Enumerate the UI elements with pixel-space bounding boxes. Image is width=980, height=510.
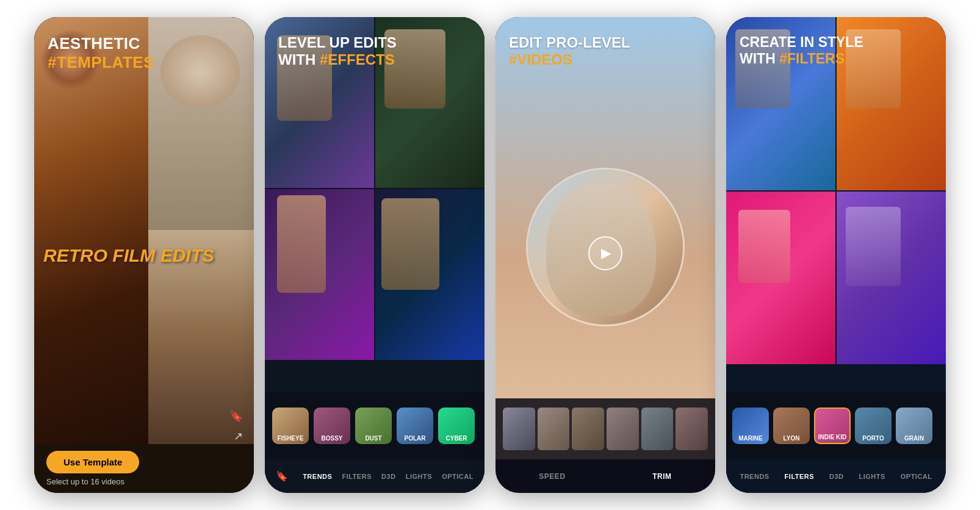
- phone3-nav-trim[interactable]: TRIM: [652, 472, 671, 481]
- filter-indie-kid[interactable]: Indie Kid: [814, 408, 851, 444]
- play-button[interactable]: ▶: [588, 236, 622, 270]
- filter-porto-label: Porto: [862, 435, 884, 442]
- nav-tab-lights[interactable]: LIGHTS: [406, 473, 432, 480]
- nav-tab-filters[interactable]: FILTERS: [342, 473, 372, 480]
- phone2-title: LEVEL UP EDITS WITH #EFFECTS: [278, 34, 397, 68]
- phone2-cell-bottomright: [375, 189, 485, 360]
- phone1-screen: AESTHETIC #TEMPLATES RETRO FILM EDITS 🔖 …: [34, 17, 254, 493]
- nav-tab-optical[interactable]: OPTICAL: [442, 473, 474, 480]
- phone3-title: EDIT PRO-LEVEL #VIDEOS: [509, 34, 630, 68]
- filter-marine[interactable]: MARINE: [732, 408, 769, 444]
- phone4-nav-d3d[interactable]: D3D: [829, 473, 844, 480]
- nav-bookmark-icon[interactable]: 🔖: [276, 470, 288, 482]
- phone4-photo-grid: [726, 17, 946, 364]
- filter-grain-label: Grain: [904, 435, 924, 442]
- phone2-title-highlight: #EFFECTS: [320, 51, 395, 68]
- phone2-screen: LEVEL UP EDITS WITH #EFFECTS fisheye Bos…: [265, 17, 485, 493]
- share-icon[interactable]: ↗: [234, 429, 243, 443]
- phone4-nav-filters[interactable]: FILTERS: [785, 473, 815, 480]
- phone4-filters-strip: MARINE LYON Indie Kid Porto Grain: [726, 392, 946, 459]
- phone4-wrapper: CREATE IN STYLE WITH #FILTERS MARINE LYO…: [726, 17, 946, 493]
- phone3-screen: EDIT PRO-LEVEL #VIDEOS ▶ SPEED TRIM: [495, 17, 715, 493]
- timeline-thumb-1[interactable]: [503, 408, 535, 450]
- phone4-nav-optical[interactable]: OPTICAL: [901, 473, 932, 480]
- phone2-nav-bar: 🔖 TRENDS FILTERS D3D LIGHTS OPTICAL: [265, 459, 485, 493]
- phone4-title: CREATE IN STYLE WITH #FILTERS: [740, 34, 863, 67]
- filter-dust[interactable]: DUST: [355, 408, 392, 444]
- phone4-cell-bottomleft: [726, 192, 835, 365]
- phone3-timeline: [495, 398, 715, 459]
- timeline-thumb-2[interactable]: [538, 408, 570, 450]
- play-icon: ▶: [601, 245, 611, 261]
- retro-film-edits-text: RETRO FILM EDITS: [43, 245, 214, 265]
- phone4-title-line2: WITH #FILTERS: [740, 51, 863, 67]
- phone1-title-line1: AESTHETIC: [48, 34, 154, 53]
- filter-polar[interactable]: POLAR: [397, 408, 433, 444]
- filter-bossy-label: Bossy: [321, 435, 342, 442]
- filter-marine-label: MARINE: [738, 435, 762, 442]
- filter-porto[interactable]: Porto: [855, 408, 892, 444]
- phone4-nav-trends[interactable]: TRENDS: [740, 473, 769, 480]
- phone3-nav-speed[interactable]: SPEED: [539, 472, 565, 481]
- bookmark-icon[interactable]: 🔖: [229, 409, 243, 423]
- phone3-title-line2: #VIDEOS: [509, 51, 630, 68]
- phone2-filters-strip: fisheye Bossy DUST POLAR Cyber: [265, 392, 485, 459]
- select-videos-text: Select up to 16 videos: [46, 477, 124, 486]
- nav-tab-trends[interactable]: TRENDS: [303, 473, 332, 480]
- phones-container: AESTHETIC #TEMPLATES RETRO FILM EDITS 🔖 …: [22, 5, 958, 505]
- phone2-wrapper: LEVEL UP EDITS WITH #EFFECTS fisheye Bos…: [265, 17, 485, 493]
- filter-lyon[interactable]: LYON: [773, 408, 810, 444]
- phone2-cell-bottomleft: [265, 189, 374, 360]
- filter-lyon-label: LYON: [784, 435, 800, 442]
- timeline-thumb-5[interactable]: [641, 408, 674, 450]
- filter-grain[interactable]: Grain: [896, 408, 932, 444]
- phone4-screen: CREATE IN STYLE WITH #FILTERS MARINE LYO…: [726, 17, 946, 493]
- timeline-thumb-4[interactable]: [607, 408, 639, 450]
- phone3-wrapper: EDIT PRO-LEVEL #VIDEOS ▶ SPEED TRIM: [495, 17, 715, 493]
- use-template-button[interactable]: Use Template: [46, 451, 139, 473]
- timeline-thumb-3[interactable]: [572, 408, 604, 450]
- nav-tab-d3d[interactable]: D3D: [381, 473, 396, 480]
- phone4-title-line1: CREATE IN STYLE: [740, 34, 863, 51]
- filter-cyber-label: Cyber: [445, 435, 467, 442]
- phone2-photo-grid: [265, 17, 485, 360]
- phone4-cell-bottomright: [837, 192, 946, 365]
- phone1-wrapper: AESTHETIC #TEMPLATES RETRO FILM EDITS 🔖 …: [34, 17, 254, 493]
- phone2-title-line1: LEVEL UP EDITS: [278, 34, 397, 51]
- phone1-title: AESTHETIC #TEMPLATES: [48, 34, 154, 72]
- filter-dust-label: DUST: [365, 435, 381, 442]
- filter-polar-label: POLAR: [405, 435, 426, 442]
- filter-indie-kid-label: Indie Kid: [818, 434, 847, 440]
- phone4-title-highlight: #FILTERS: [779, 51, 845, 66]
- phone2-title-line2: WITH #EFFECTS: [278, 51, 397, 68]
- phone1-bottom-bar: Use Template Select up to 16 videos: [34, 444, 254, 493]
- phone4-nav-lights[interactable]: LIGHTS: [859, 473, 885, 480]
- filter-fisheye-label: fisheye: [278, 435, 304, 442]
- phone3-nav-bar: SPEED TRIM: [495, 459, 715, 493]
- filter-cyber[interactable]: Cyber: [438, 408, 475, 444]
- phone1-title-line2: #TEMPLATES: [48, 53, 154, 72]
- phone3-title-line1: EDIT PRO-LEVEL: [509, 34, 630, 51]
- filter-fisheye[interactable]: fisheye: [272, 408, 309, 444]
- filter-bossy[interactable]: Bossy: [314, 408, 350, 444]
- timeline-thumb-6[interactable]: [676, 408, 708, 450]
- phone4-nav-bar: TRENDS FILTERS D3D LIGHTS OPTICAL: [726, 459, 946, 493]
